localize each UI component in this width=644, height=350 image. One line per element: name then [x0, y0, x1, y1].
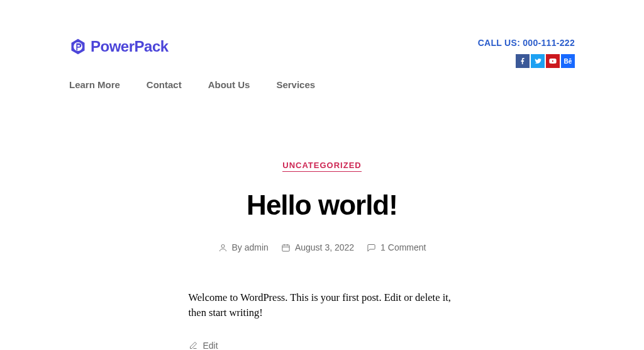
- post-author[interactable]: By admin: [218, 242, 269, 252]
- post-date[interactable]: August 3, 2022: [281, 242, 354, 252]
- post-author-text: By admin: [232, 242, 269, 252]
- logo[interactable]: PowerPack: [69, 38, 169, 55]
- call-us-text[interactable]: CALL US: 000-111-222: [478, 38, 575, 48]
- edit-post-link[interactable]: Edit: [189, 341, 456, 350]
- post-comments-text: 1 Comment: [380, 242, 426, 252]
- logo-text: PowerPack: [91, 38, 169, 55]
- main-nav: Learn More Contact About Us Services: [0, 68, 644, 90]
- nav-learn-more[interactable]: Learn More: [69, 79, 120, 90]
- nav-services[interactable]: Services: [276, 79, 315, 90]
- behance-icon[interactable]: Bē: [561, 54, 575, 68]
- nav-contact[interactable]: Contact: [147, 79, 182, 90]
- comment-icon: [367, 243, 376, 252]
- post-comments[interactable]: 1 Comment: [367, 242, 426, 252]
- calendar-icon: [281, 243, 291, 252]
- facebook-icon[interactable]: [516, 54, 530, 68]
- youtube-icon[interactable]: [546, 54, 560, 68]
- post-title: Hello world!: [0, 189, 644, 221]
- site-header: PowerPack CALL US: 000-111-222 Bē: [0, 0, 644, 68]
- nav-about-us[interactable]: About Us: [208, 79, 250, 90]
- twitter-icon[interactable]: [531, 54, 545, 68]
- post-meta: By admin August 3, 2022 1 Comment: [0, 242, 644, 252]
- user-icon: [218, 243, 228, 252]
- svg-point-1: [221, 244, 225, 247]
- post-content: Welcome to WordPress. This is your first…: [189, 290, 456, 320]
- post: UNCATEGORIZED Hello world! By admin Augu…: [0, 159, 644, 350]
- post-date-text: August 3, 2022: [295, 242, 354, 252]
- svg-rect-2: [282, 245, 289, 251]
- powerpack-icon: [69, 38, 87, 55]
- header-right: CALL US: 000-111-222 Bē: [478, 38, 575, 68]
- edit-icon: [189, 341, 198, 350]
- edit-label: Edit: [203, 341, 218, 350]
- social-links: Bē: [516, 54, 575, 68]
- post-category-link[interactable]: UNCATEGORIZED: [282, 161, 361, 172]
